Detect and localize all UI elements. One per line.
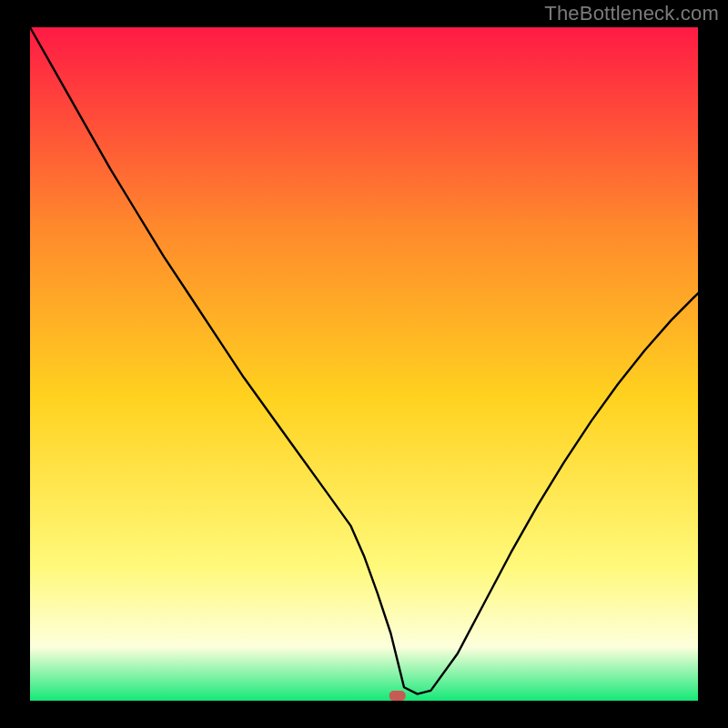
optimal-marker: [389, 691, 406, 701]
watermark-text: TheBottleneck.com: [544, 2, 719, 25]
chart-frame: TheBottleneck.com: [0, 0, 728, 728]
plot-background: [30, 27, 698, 701]
bottleneck-chart: [0, 0, 728, 728]
